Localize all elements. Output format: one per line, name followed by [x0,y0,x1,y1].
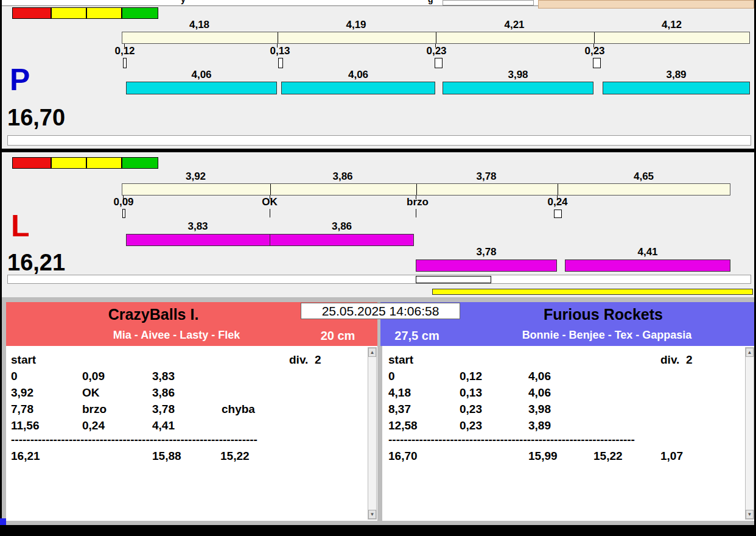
lane-l-progress-strip [7,275,751,284]
l-segment-time: 3,78 [416,171,557,182]
p-change-time: 0,23 [418,46,455,57]
table-cell: 3,78 [152,403,175,416]
light-red [12,7,51,19]
table-header-division: div. 2 [660,353,692,367]
change-tick [270,209,270,217]
table-cell: 4,06 [528,370,551,383]
table-cell: 3,89 [528,419,551,432]
change-marker [278,58,283,68]
table-cell: 0,23 [460,403,482,416]
table-cell: 0 [388,370,395,383]
change-marker [123,58,127,68]
flyball-timing-window: y g 4,18 4,19 4,21 4,12 0,12 0,13 0,23 0… [0,0,756,536]
p-change-time: 0,23 [576,46,613,57]
p-change-time: 0,13 [262,46,298,57]
toolbar-fragment: g [428,0,433,4]
left-results-table: start div. 2 0 0,09 3,83 3,92 OK 3,86 7,… [6,346,377,521]
right-team-dogs: Bonnie - Benjee - Tex - Gappasia [460,329,754,342]
toolbar-panel [538,0,754,9]
table-total: 15,88 [152,450,181,463]
lane-l-split-bar [122,183,730,196]
bottom-border [0,525,756,536]
scroll-down-icon[interactable]: ▼ [746,510,754,519]
table-cell: 3,86 [152,386,175,400]
split-divider [436,32,436,43]
l-dog-time: 4,41 [565,247,730,258]
lane-p-progress-strip [7,135,751,146]
left-team-dogs: Mia - Aivee - Lasty - Flek [6,329,347,342]
lane-p-total-time: 16,70 [7,106,65,129]
table-cell: OK [82,386,100,400]
toolbar-field [443,0,534,5]
l-dog-time: 3,78 [416,247,557,258]
table-cell: 3,98 [528,403,551,416]
table-cell: 4,06 [528,386,551,400]
lane-p-start-lights [12,7,159,19]
l-segment-time: 3,86 [270,171,416,182]
right-results-table: start div. 2 0 0,12 4,06 4,18 0,13 4,06 … [382,346,754,521]
p-dog-time: 3,98 [443,69,593,80]
left-table-scrollbar[interactable]: ▲ ▼ [368,347,377,520]
table-cell: 11,56 [11,419,40,432]
light-yellow [86,157,122,169]
table-cell: 4,18 [388,386,411,400]
l-change-time: 0,09 [105,197,142,208]
clock-value: 25.05.2025 14:06:58 [322,304,439,318]
table-cell: 3,83 [152,370,175,383]
change-marker [593,58,601,68]
light-red [12,157,51,169]
l-dog-bar [270,234,414,246]
table-cell: 7,78 [11,403,33,416]
right-table-scrollbar[interactable]: ▲ ▼ [745,347,754,520]
table-total: 16,21 [11,450,40,463]
p-dog-bar [443,82,593,94]
p-dog-bar [126,82,277,94]
progress-box [416,276,491,283]
scroll-up-icon[interactable]: ▲ [368,348,376,357]
table-cell: 3,92 [11,386,33,400]
light-green [122,7,158,19]
l-change-time: brzo [399,197,436,208]
clock: 25.05.2025 14:06:58 [301,303,460,319]
table-separator: ----------------------------------------… [11,433,257,446]
change-marker [122,209,125,218]
table-total: 16,70 [388,450,418,463]
toolbar-fragment: y [181,0,186,4]
split-divider [278,32,278,43]
l-dog-bar [126,234,270,246]
split-divider [558,184,558,195]
table-header-start: start [388,353,413,367]
scroll-up-icon[interactable]: ▲ [746,348,754,357]
p-dog-time: 3,89 [603,69,750,80]
table-cell: 0,24 [82,419,105,432]
light-yellow [51,157,86,169]
table-cell: 0,09 [82,370,105,383]
table-cell: brzo [82,403,107,416]
table-separator: ----------------------------------------… [388,433,635,446]
lane-l-start-lights [12,157,159,169]
lane-p-split-bar [122,32,750,44]
lane-l-total-time: 16,21 [7,251,65,274]
table-cell: 8,37 [388,403,411,416]
table-cell: 0,12 [460,370,482,383]
l-segment-time: 3,92 [122,171,270,182]
l-dog-bar [416,259,557,272]
split-divider [594,32,595,43]
l-segment-time: 4,65 [557,171,730,182]
l-dog-time: 3,83 [126,221,270,232]
light-green [122,157,158,169]
table-cell: 12,58 [388,419,418,432]
table-header-start: start [11,353,36,367]
light-yellow [86,7,122,19]
change-tick [416,209,416,217]
change-marker [554,210,562,218]
scroll-down-icon[interactable]: ▼ [368,510,376,519]
p-dog-time: 4,06 [126,69,277,80]
left-jump-height: 20 cm [307,329,368,343]
light-yellow [51,7,86,19]
l-dog-bar [565,259,730,272]
split-divider [270,184,271,195]
p-dog-bar [281,82,435,94]
table-total: 15,99 [528,450,558,463]
running-dog-bar [432,289,753,295]
